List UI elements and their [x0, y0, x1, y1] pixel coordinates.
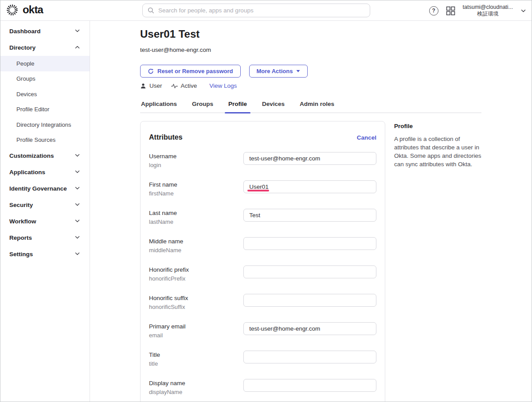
- tab-admin-roles[interactable]: Admin roles: [299, 97, 335, 113]
- chevron-down-icon: [74, 202, 80, 209]
- attribute-input-firstName[interactable]: [243, 180, 376, 193]
- attribute-input-honorificSuffix[interactable]: [243, 294, 376, 307]
- attribute-label: Honorific prefix: [149, 266, 243, 273]
- person-icon: [140, 83, 146, 89]
- sidebar-item-settings[interactable]: Settings: [0, 246, 90, 262]
- account-email: tatsumi@cloudnati...: [463, 4, 513, 11]
- sidebar-item-directory-integrations[interactable]: Directory Integrations: [0, 117, 90, 133]
- caret-down-icon: [296, 70, 300, 73]
- main-content: User01 Test test-user@home-engr.com Rese…: [90, 21, 532, 402]
- tab-applications[interactable]: Applications: [140, 97, 178, 113]
- pulse-icon: [171, 83, 178, 89]
- attribute-row: Primary email email: [149, 322, 376, 339]
- attribute-input-middleName[interactable]: [243, 237, 376, 250]
- attribute-variable: login: [149, 162, 243, 168]
- chevron-down-icon[interactable]: [520, 8, 526, 14]
- sidebar-item-label: Workflow: [9, 218, 36, 225]
- sidebar-item-label: Identity Governance: [9, 185, 67, 192]
- attribute-row: Honorific prefix honorificPrefix: [149, 265, 376, 282]
- cancel-link[interactable]: Cancel: [357, 134, 376, 141]
- attributes-title: Attributes: [149, 133, 183, 141]
- page-title: User01 Test: [140, 28, 200, 40]
- sidebar-item-customizations[interactable]: Customizations: [0, 148, 90, 164]
- profile-help-text: A profile is a collection of attributes …: [394, 135, 483, 168]
- user-type: User: [140, 82, 162, 89]
- tab-bar: Applications Groups Profile Devices Admi…: [140, 97, 481, 113]
- attribute-variable: displayName: [149, 389, 243, 395]
- sidebar-item-label: Reports: [9, 234, 32, 241]
- attribute-variable: honorificPrefix: [149, 275, 243, 282]
- attribute-variable: title: [149, 360, 243, 367]
- reset-or-remove-password-button[interactable]: Reset or Remove password: [140, 65, 241, 78]
- attribute-row: Honorific suffix honorificSuffix: [149, 294, 376, 310]
- global-search[interactable]: [142, 4, 370, 17]
- sidebar: Dashboard Directory People Groups Device…: [0, 21, 90, 402]
- account-menu[interactable]: tatsumi@cloudnati... 検証環境: [463, 4, 513, 18]
- sidebar-item-devices[interactable]: Devices: [0, 86, 90, 102]
- attribute-variable: lastName: [149, 219, 243, 225]
- attribute-label: First name: [149, 181, 243, 188]
- sidebar-item-label: Settings: [9, 251, 33, 258]
- attribute-input-honorificPrefix[interactable]: [243, 265, 376, 278]
- sidebar-item-identity-governance[interactable]: Identity Governance: [0, 180, 90, 197]
- sidebar-item-label: Applications: [9, 169, 45, 176]
- account-org: 検証環境: [463, 11, 513, 17]
- okta-sunburst-icon: [6, 4, 18, 16]
- attribute-row: First name firstName: [149, 180, 376, 197]
- attribute-input-title[interactable]: [243, 351, 376, 363]
- sidebar-item-security[interactable]: Security: [0, 197, 90, 213]
- profile-help-panel: Profile A profile is a collection of att…: [394, 123, 483, 168]
- attribute-row: Title title: [149, 351, 376, 367]
- sidebar-item-workflow[interactable]: Workflow: [0, 213, 90, 230]
- chevron-up-icon: [74, 44, 80, 51]
- more-actions-button[interactable]: More Actions: [249, 65, 308, 78]
- attribute-label: Display name: [149, 380, 243, 386]
- attribute-variable: middleName: [149, 247, 243, 254]
- attribute-input-lastName[interactable]: [243, 209, 376, 222]
- chevron-down-icon: [74, 28, 80, 35]
- tab-groups[interactable]: Groups: [191, 97, 214, 113]
- sidebar-item-people[interactable]: People: [0, 56, 90, 71]
- attribute-variable: honorificSuffix: [149, 304, 243, 310]
- sidebar-item-profile-editor[interactable]: Profile Editor: [0, 102, 90, 117]
- sidebar-item-directory[interactable]: Directory: [0, 39, 90, 56]
- attribute-variable: email: [149, 332, 243, 339]
- sidebar-item-profile-sources[interactable]: Profile Sources: [0, 133, 90, 148]
- status-active: Active: [171, 82, 197, 89]
- okta-logo[interactable]: okta: [6, 4, 43, 16]
- attribute-label: Last name: [149, 210, 243, 216]
- attribute-label: Honorific suffix: [149, 295, 243, 301]
- attribute-row: Last name lastName: [149, 209, 376, 225]
- help-icon[interactable]: ?: [429, 6, 438, 16]
- attribute-label: Primary email: [149, 323, 243, 330]
- attribute-row: Middle name middleName: [149, 237, 376, 254]
- okta-wordmark: okta: [23, 4, 43, 16]
- topbar: okta ? tatsumi@cloudnati... 検証環境: [0, 0, 532, 21]
- chevron-down-icon: [74, 234, 80, 242]
- apps-grid-icon[interactable]: [446, 6, 455, 16]
- attribute-input-email[interactable]: [243, 322, 376, 335]
- user-email: test-user@home-engr.com: [140, 47, 211, 53]
- sidebar-item-applications[interactable]: Applications: [0, 164, 90, 180]
- attribute-label: Middle name: [149, 238, 243, 245]
- attribute-variable: firstName: [149, 190, 243, 197]
- sidebar-item-dashboard[interactable]: Dashboard: [0, 23, 90, 39]
- attribute-label: Title: [149, 351, 243, 358]
- sidebar-item-label: Dashboard: [9, 28, 41, 35]
- search-input[interactable]: [158, 7, 365, 14]
- attribute-input-login[interactable]: [243, 152, 376, 165]
- view-logs-link[interactable]: View Logs: [209, 82, 237, 89]
- attribute-input-displayName[interactable]: [243, 379, 376, 392]
- sidebar-item-groups[interactable]: Groups: [0, 71, 90, 87]
- attributes-card: Attributes Cancel Username login First n…: [140, 121, 385, 402]
- tab-profile[interactable]: Profile: [227, 97, 248, 113]
- sidebar-item-reports[interactable]: Reports: [0, 230, 90, 246]
- attribute-row: Username login: [149, 152, 376, 168]
- tab-devices[interactable]: Devices: [261, 97, 286, 113]
- sidebar-item-label: Directory: [9, 44, 35, 51]
- chevron-down-icon: [74, 152, 80, 160]
- chevron-down-icon: [74, 169, 80, 176]
- attribute-row: Display name displayName: [149, 379, 376, 395]
- search-icon: [148, 7, 154, 14]
- profile-help-title: Profile: [394, 123, 483, 129]
